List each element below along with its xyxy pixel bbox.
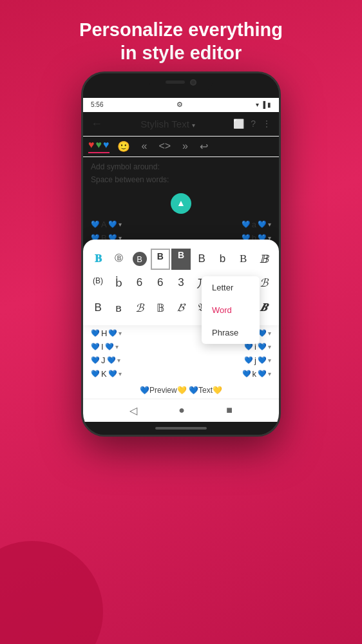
font-char[interactable]: B [192,249,211,270]
table-row: 💙 K 💙 ▾ 💙 k 💙 ▾ [91,367,271,381]
undo-icon[interactable]: ↩ [196,139,212,154]
tab-bar: ♥ ♥ ♥ 🙂 « <> » ↩ [83,137,279,157]
letter-a-upper: A [101,220,107,229]
heart-blue-icon: 💙 [258,356,267,365]
heart-blue-icon: 💙 [91,329,100,337]
font-char[interactable]: b [213,249,232,270]
emoji-tab-icon[interactable]: 🙂 [113,139,134,154]
list-item[interactable]: 💙 H 💙 ▾ [91,328,122,338]
font-char[interactable]: 𝐁 [88,249,108,270]
double-angle-right-icon[interactable]: » [178,139,192,153]
heart-red-icon: ♥ [88,139,95,151]
font-char[interactable]: B [133,252,147,266]
nav-back-icon[interactable]: ◁ [129,404,137,417]
space-label: Space between words: [91,175,169,184]
table-row: 💙 A 💙 ▾ 💙 a 💙 ▾ [91,218,271,231]
phone-bottom-bar [83,422,279,435]
font-char[interactable]: B [234,249,253,270]
font-char[interactable]: ḃ [109,272,128,295]
header-line2: in style editor [19,41,343,64]
status-bar: 5:56 ⚙ ▾ ▐ ▮ [83,98,279,112]
font-char[interactable]: 𝓑 [171,298,191,319]
heart-blue-icon: 💙 [258,370,267,378]
font-char[interactable]: 6 [151,272,170,295]
font-char[interactable]: B [151,249,170,270]
heart-blue-icon: 💙 [105,343,114,351]
dropdown-item-letter[interactable]: Letter [202,276,260,299]
dropdown-menu[interactable]: Letter Word Phrase [202,276,260,344]
font-char[interactable]: 𝔹 [254,249,274,270]
heart-blue-icon: 💙 [91,343,100,351]
save-icon[interactable]: ⬜ [233,118,244,129]
double-angle-left-icon[interactable]: « [138,139,151,153]
heart-blue-icon: 💙 [244,356,253,365]
list-item[interactable]: 💙 k 💙 ▾ [242,369,272,379]
font-char[interactable]: (B) [88,272,108,295]
font-char[interactable]: ℬ [129,298,149,319]
phone-nav-bar: ◁ ● ■ [83,399,279,422]
header-line1: Personalize everything [19,18,343,41]
font-grid-row1: 𝐁 Ⓑ B B B B b B 𝔹 [88,249,274,270]
status-time: 5:56 [91,101,103,108]
up-btn-row: ▲ [83,191,279,218]
up-button[interactable]: ▲ [171,193,191,214]
list-item[interactable]: 💙 I 💙 ▾ [91,342,119,352]
signal-icon: ▐ [261,101,265,108]
symbol-label: Add symbol around: [91,162,160,171]
list-item[interactable]: 💙 K 💙 ▾ [91,369,122,379]
battery-icon: ▮ [267,101,271,108]
heart-blue-icon: 💙 [108,370,117,378]
font-char[interactable]: 6 [129,272,149,295]
font-char[interactable]: 3 [171,272,191,295]
more-icon[interactable]: ⋮ [262,118,271,129]
list-item[interactable]: 💙 A 💙 ▾ [91,220,122,229]
heart-blue-icon: 💙 [91,220,100,229]
wifi-icon: ▾ [256,101,259,108]
heart-blue-icon: 💙 [242,220,251,229]
nav-home-icon[interactable]: ● [178,404,185,416]
heart-blue-icon: 💙 [91,356,100,365]
help-icon[interactable]: ? [251,118,256,129]
heart-blue-icon: 💙 [258,343,267,351]
heart-green-icon: ♥ [96,139,102,151]
heart-blue-icon: 💙 [107,356,116,365]
list-item[interactable]: 💙 a 💙 ▾ [242,220,271,229]
dropdown-item-phrase[interactable]: Phrase [202,321,260,344]
dropdown-item-word[interactable]: Word [202,299,260,321]
back-button[interactable]: ← [91,117,102,131]
font-char[interactable]: B [171,249,191,270]
space-control-row: Space between words: [91,175,271,184]
list-item[interactable]: 💙 j 💙 ▾ [244,355,271,365]
heart-blue-icon: 💙 [258,220,267,229]
heart-blue-icon: 💙 [242,370,251,378]
header: Personalize everything in style editor [0,0,362,71]
preview-row: 💙Preview💛 💙Text💛 [83,382,279,399]
app-toolbar: ← Stylish Text ▾ ⬜ ? ⋮ [83,112,279,137]
controls-section: Add symbol around: Space between words: … [83,157,279,191]
toolbar-title: Stylish Text ▾ [108,118,228,129]
status-settings-icon: ⚙ [176,100,183,109]
heart-blue-icon: 💙 [108,329,117,337]
font-char[interactable]: 𝔹 [151,298,170,319]
home-indicator [155,427,207,430]
font-char[interactable]: ʙ [109,298,128,319]
table-row: 💙 J 💙 ▾ 💙 j 💙 ▾ [91,354,271,367]
nav-recents-icon[interactable]: ■ [226,404,233,416]
preview-text: 💙Preview💛 💙Text💛 [140,386,222,395]
tab-hearts[interactable]: ♥ ♥ ♥ [88,139,110,153]
symbol-control-row: Add symbol around: [91,162,271,171]
font-char[interactable]: Ⓑ [109,249,128,270]
font-char[interactable]: B [88,298,108,319]
letter-a-lower: a [252,220,256,229]
list-item[interactable]: 💙 J 💙 ▾ [91,355,120,365]
heart-blue-icon: 💙 [108,220,117,229]
heart-blue-icon: 💙 [91,370,100,378]
angle-brackets-icon[interactable]: <> [155,139,175,153]
heart-blue-icon: ♥ [103,139,110,151]
phone-mockup: 5:56 ⚙ ▾ ▐ ▮ ← Stylish Text ▾ ⬜ ? ⋮ [81,71,281,437]
